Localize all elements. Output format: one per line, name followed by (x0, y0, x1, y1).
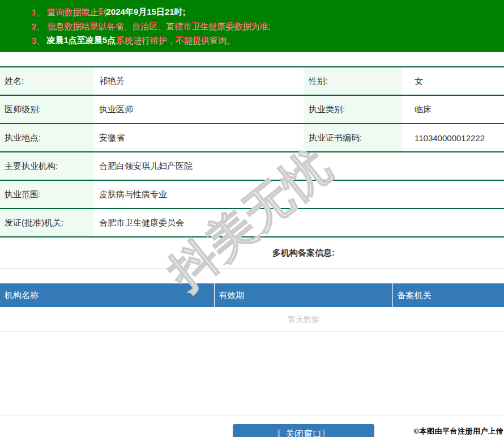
practice-type-label: 执业类别: (304, 95, 402, 124)
certificate-no-label: 执业证书编码: (304, 124, 402, 152)
column-header-institution: 机构名称 (0, 283, 214, 307)
table-row: 执业地点: 安徽省 执业证书编码: 110340000012222 (0, 124, 504, 152)
name-label: 姓名: (0, 67, 93, 95)
practice-scope-value: 皮肤病与性病专业 (93, 180, 504, 209)
notice-3-highlight: 凌晨1点至凌晨5点 (47, 35, 116, 45)
practice-place-label: 执业地点: (0, 124, 93, 152)
doctor-level-value: 执业医师 (93, 95, 304, 124)
notice-line-3: 3、 凌晨1点至凌晨5点系统进行维护，不能提供查询。 (31, 33, 504, 47)
doctor-info-table: 姓名: 祁艳芳 性别: 女 医师级别: 执业医师 执业类别: 临床 执业地点: … (0, 66, 504, 237)
notice-1-highlight: 2024年9月15日21时; (106, 7, 186, 16)
table-row: 执业范围: 皮肤病与性病专业 (0, 180, 504, 209)
no-data-message: 暂无数据 (0, 307, 504, 332)
column-header-authority: 备案机关 (392, 283, 504, 307)
practice-place-value: 安徽省 (93, 124, 304, 152)
page-container: 1、 查询数据截止到2024年9月15日21时; 2、 信息数据结果以各省、自治… (0, 0, 504, 437)
content-spacer (0, 332, 504, 416)
practice-scope-label: 执业范围: (0, 180, 93, 209)
filing-section-title: 多机构备案信息: (0, 237, 504, 269)
main-institution-label: 主要执业机构: (0, 152, 93, 180)
notice-3-text: 3、 (31, 35, 47, 45)
copyright-stamp: ©本图由平台注册用户上传 (413, 426, 503, 436)
notice-1-text: 1、 查询数据截止到 (31, 7, 106, 16)
close-window-button[interactable]: 〖关闭窗口〗 (233, 424, 374, 437)
notice-banner: 1、 查询数据截止到2024年9月15日21时; 2、 信息数据结果以各省、自治… (0, 0, 504, 52)
notice-line-2: 2、 信息数据结果以各省、自治区、直辖市卫生健康委数据为准; (31, 19, 504, 33)
filing-table: 机构名称 有效期 备案机关 (0, 283, 504, 307)
table-row: 主要执业机构: 合肥白领安琪儿妇产医院 (0, 152, 504, 180)
table-row: 发证(批准)机关: 合肥市卫生健康委员会 (0, 209, 504, 237)
table-row: 姓名: 祁艳芳 性别: 女 (0, 67, 504, 95)
practice-type-value: 临床 (402, 95, 504, 124)
certificate-no-value: 110340000012222 (402, 124, 504, 152)
gender-label: 性别: (304, 67, 402, 95)
notice-2-text: 2、 信息数据结果以各省、自治区、直辖市卫生健康委数据为准; (31, 21, 270, 31)
doctor-level-label: 医师级别: (0, 95, 93, 124)
name-value: 祁艳芳 (93, 67, 304, 95)
column-header-validity: 有效期 (214, 283, 392, 307)
main-institution-value: 合肥白领安琪儿妇产医院 (93, 152, 504, 180)
gender-value: 女 (402, 67, 504, 95)
notice-3-tail: 系统进行维护，不能提供查询。 (116, 35, 234, 45)
notice-line-1: 1、 查询数据截止到2024年9月15日21时; (31, 5, 504, 19)
filing-header-row: 机构名称 有效期 备案机关 (0, 283, 504, 307)
issuing-authority-value: 合肥市卫生健康委员会 (93, 209, 504, 237)
issuing-authority-label: 发证(批准)机关: (0, 209, 93, 237)
table-row: 医师级别: 执业医师 执业类别: 临床 (0, 95, 504, 124)
